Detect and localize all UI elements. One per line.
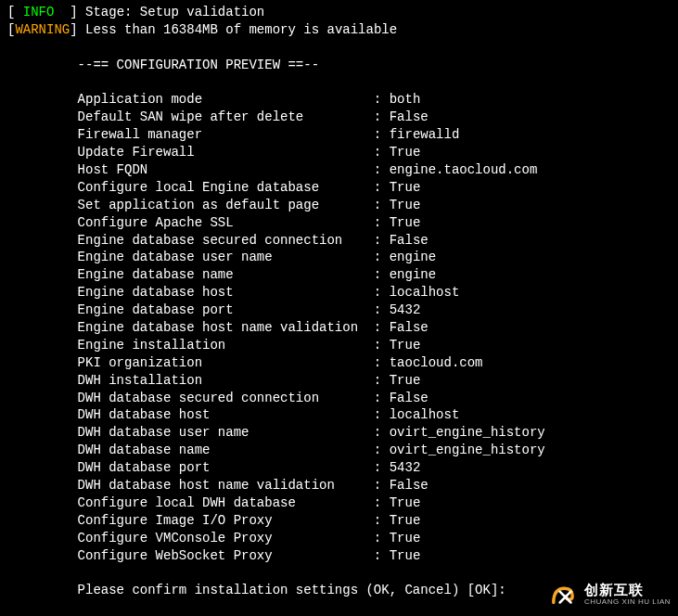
config-value: taocloud.com <box>390 355 483 370</box>
config-value: True <box>390 145 421 160</box>
config-label: Update Firewall <box>78 144 374 161</box>
config-row: DWH database port: 5432 <box>7 459 671 477</box>
config-label: Engine database host <box>78 284 374 302</box>
config-label: Configure VMConsole Proxy <box>78 530 374 547</box>
config-label: DWH database secured connection <box>78 390 374 407</box>
config-row: Set application as default page: True <box>7 197 671 214</box>
branding-watermark: 创新互联 CHUANG XIN HU LIAN <box>547 579 671 610</box>
brand-name-en: CHUANG XIN HU LIAN <box>584 598 671 607</box>
config-row: Engine database name: engine <box>7 266 671 284</box>
config-label: Configure Image I/O Proxy <box>78 512 374 530</box>
warning-message: Less than 16384MB of memory is available <box>85 22 397 37</box>
config-row: Configure local Engine database: True <box>7 179 671 197</box>
blank-line <box>7 39 671 57</box>
config-value: True <box>390 198 421 212</box>
config-label: DWH database host <box>78 406 374 424</box>
config-row: Configure Apache SSL: True <box>7 214 671 232</box>
config-label: Engine database port <box>78 302 374 319</box>
config-row: Default SAN wipe after delete: False <box>7 109 671 126</box>
config-value: both <box>390 92 421 107</box>
config-label: Configure local Engine database <box>78 179 374 197</box>
config-value: engine <box>390 250 436 264</box>
config-separator: : <box>374 215 390 230</box>
config-separator: : <box>374 145 390 160</box>
config-value: True <box>390 531 421 545</box>
info-level-tag: INFO <box>15 5 70 19</box>
config-separator: : <box>374 285 390 300</box>
config-row: DWH database user name: ovirt_engine_his… <box>7 424 671 442</box>
config-label: Application mode <box>78 91 374 109</box>
config-separator: : <box>374 233 390 248</box>
config-label: DWH database port <box>78 459 374 477</box>
config-value: False <box>390 233 429 248</box>
config-row: Engine database port: 5432 <box>7 302 671 319</box>
config-row: Host FQDN: engine.taocloud.com <box>7 161 671 179</box>
config-label: Firewall manager <box>78 126 374 144</box>
config-row: Engine database host: localhost <box>7 284 671 302</box>
config-value: localhost <box>390 285 460 300</box>
config-row: Configure WebSocket Proxy: True <box>7 547 671 565</box>
brand-text-block: 创新互联 CHUANG XIN HU LIAN <box>584 583 671 606</box>
config-row: Configure local DWH database: True <box>7 494 671 512</box>
brand-logo-icon <box>547 579 579 610</box>
config-separator: : <box>374 109 390 124</box>
config-separator: : <box>374 478 390 493</box>
config-row: DWH installation: True <box>7 372 671 390</box>
config-separator: : <box>374 495 390 510</box>
blank-line <box>7 74 671 92</box>
config-label: Configure local DWH database <box>78 494 374 512</box>
config-value: engine <box>390 267 436 282</box>
config-label: Engine database user name <box>78 249 374 266</box>
config-row: DWH database secured connection: False <box>7 390 671 407</box>
config-row: DWH database host name validation: False <box>7 477 671 494</box>
config-row: Configure VMConsole Proxy: True <box>7 530 671 547</box>
config-separator: : <box>374 531 390 545</box>
config-value: True <box>390 495 421 510</box>
config-label: DWH database name <box>78 442 374 459</box>
config-separator: : <box>374 338 390 353</box>
config-label: DWH database user name <box>78 424 374 442</box>
brand-name-cn: 创新互联 <box>584 583 671 598</box>
config-value: True <box>390 180 421 195</box>
log-info-line: [ INFO ] Stage: Setup validation <box>7 4 671 21</box>
config-value: localhost <box>390 407 460 422</box>
config-label: Configure Apache SSL <box>78 214 374 232</box>
config-value: engine.taocloud.com <box>390 162 538 177</box>
config-label: Host FQDN <box>78 161 374 179</box>
config-separator: : <box>374 391 390 405</box>
config-list: Application mode: bothDefault SAN wipe a… <box>7 91 671 564</box>
warning-level-tag: WARNING <box>15 22 70 37</box>
config-value: True <box>390 513 421 528</box>
config-value: firewalld <box>390 127 460 142</box>
config-separator: : <box>374 548 390 563</box>
config-label: Configure WebSocket Proxy <box>78 547 374 565</box>
config-value: False <box>390 478 429 493</box>
log-warning-line: [WARNING] Less than 16384MB of memory is… <box>7 21 671 39</box>
config-row: Configure Image I/O Proxy: True <box>7 512 671 530</box>
config-label: Default SAN wipe after delete <box>78 109 374 126</box>
config-separator: : <box>374 443 390 457</box>
config-value: False <box>390 320 429 335</box>
config-row: Engine database user name: engine <box>7 249 671 266</box>
config-value: False <box>390 391 429 405</box>
config-separator: : <box>374 92 390 107</box>
config-value: True <box>390 215 421 230</box>
info-message: Stage: Setup validation <box>85 5 264 19</box>
config-separator: : <box>374 267 390 282</box>
config-separator: : <box>374 302 390 317</box>
config-value: False <box>390 109 429 124</box>
config-separator: : <box>374 373 390 388</box>
config-separator: : <box>374 162 390 177</box>
config-label: Set application as default page <box>78 197 374 214</box>
config-label: Engine database secured connection <box>78 232 374 250</box>
config-label: DWH installation <box>78 372 374 390</box>
config-separator: : <box>374 460 390 475</box>
config-row: DWH database name: ovirt_engine_history <box>7 442 671 459</box>
config-separator: : <box>374 250 390 264</box>
config-separator: : <box>374 198 390 212</box>
config-row: Engine database secured connection: Fals… <box>7 232 671 250</box>
config-label: PKI organization <box>78 354 374 372</box>
bracket-close: ] <box>70 22 85 37</box>
config-label: Engine installation <box>78 337 374 354</box>
config-separator: : <box>374 180 390 195</box>
